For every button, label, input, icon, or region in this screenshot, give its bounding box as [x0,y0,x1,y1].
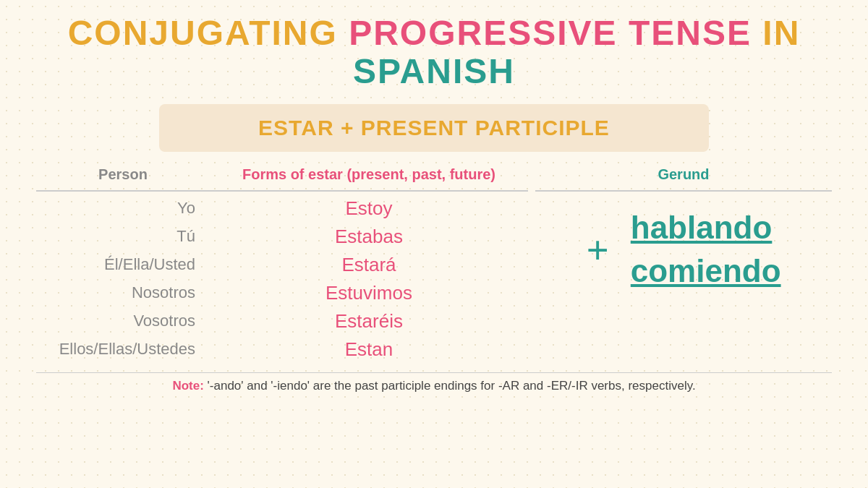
title-conjugating: CONJUGATING [68,14,349,52]
gerund-content: + hablando comiendo [535,194,832,291]
formula-text: ESTAR + PRESENT PARTICIPLE [258,116,610,140]
gerund-comiendo: comiendo [631,252,781,291]
form-estoy: Estoy [210,197,528,220]
person-yo: Yo [36,199,210,218]
gerund-hablando: hablando [631,209,781,247]
person-vosotros: Vosotros [36,312,210,330]
title-spanish: SPANISH [353,52,515,90]
form-estara: Estará [210,254,528,276]
table-header: Person Forms of estar (present, past, fu… [36,166,528,192]
formula-box: ESTAR + PRESENT PARTICIPLE [159,104,709,152]
form-estuvimos: Estuvimos [210,282,528,304]
person-el-ella: Él/Ella/Usted [36,255,210,274]
column-header-forms: Forms of estar (present, past, future) [210,166,528,183]
table-row: Él/Ella/Usted Estará [36,251,528,279]
form-estareis: Estaréis [210,310,528,333]
note-label: Note: [172,379,203,393]
title-progressive: PROGRESSIVE TENSE [349,14,752,52]
title-tense: IN [752,14,800,52]
table-row: Yo Estoy [36,194,528,223]
gerund-list: hablando comiendo [631,209,781,291]
note-area: Note: '-ando' and '-iendo' are the past … [36,372,832,393]
column-header-person: Person [36,166,210,183]
form-estabas: Estabas [210,226,528,248]
table-row: Tú Estabas [36,223,528,251]
gerund-area: Gerund + hablando comiendo [528,166,832,291]
table-row: Ellos/Ellas/Ustedes Estan [36,335,528,364]
person-ellos: Ellos/Ellas/Ustedes [36,340,210,359]
person-tu: Tú [36,227,210,246]
page-title: CONJUGATING PROGRESSIVE TENSE IN SPANISH [36,14,832,91]
plus-sign: + [586,230,608,270]
conjugation-table: Person Forms of estar (present, past, fu… [36,166,528,364]
table-row: Nosotros Estuvimos [36,279,528,307]
note-text: '-ando' and '-iendo' are the past partic… [208,379,696,393]
table-row: Vosotros Estaréis [36,307,528,335]
main-table-area: Person Forms of estar (present, past, fu… [36,166,832,364]
column-header-gerund: Gerund [535,166,832,192]
form-estan: Estan [210,338,528,361]
person-nosotros: Nosotros [36,283,210,302]
